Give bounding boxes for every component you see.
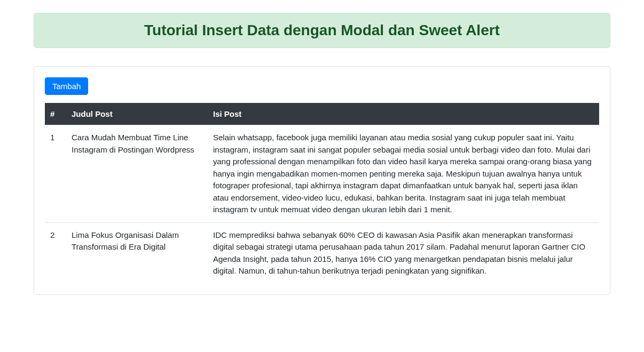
header-title: Judul Post: [66, 103, 208, 125]
table-row: 2 Lima Fokus Organisasi Dalam Transforma…: [45, 222, 599, 284]
page-banner: Tutorial Insert Data dengan Modal dan Sw…: [34, 13, 610, 48]
page-title: Tutorial Insert Data dengan Modal dan Sw…: [45, 22, 599, 39]
table-row: 1 Cara Mudah Membuat Time Line Instagram…: [45, 125, 599, 223]
cell-content: Selain whatsapp, facebook juga memiliki …: [208, 125, 599, 223]
content-card: Tambah # Judul Post Isi Post 1 Cara Muda…: [34, 66, 610, 295]
add-button[interactable]: Tambah: [45, 77, 88, 95]
cell-title: Lima Fokus Organisasi Dalam Transformasi…: [66, 222, 208, 284]
cell-num: 1: [45, 125, 66, 223]
header-num: #: [45, 103, 66, 125]
posts-table: # Judul Post Isi Post 1 Cara Mudah Membu…: [45, 103, 599, 284]
table-header-row: # Judul Post Isi Post: [45, 103, 599, 125]
cell-title: Cara Mudah Membuat Time Line Instagram d…: [66, 125, 208, 223]
cell-num: 2: [45, 222, 66, 284]
cell-content: IDC memprediksi bahwa sebanyak 60% CEO d…: [208, 222, 599, 284]
header-content: Isi Post: [208, 103, 599, 125]
